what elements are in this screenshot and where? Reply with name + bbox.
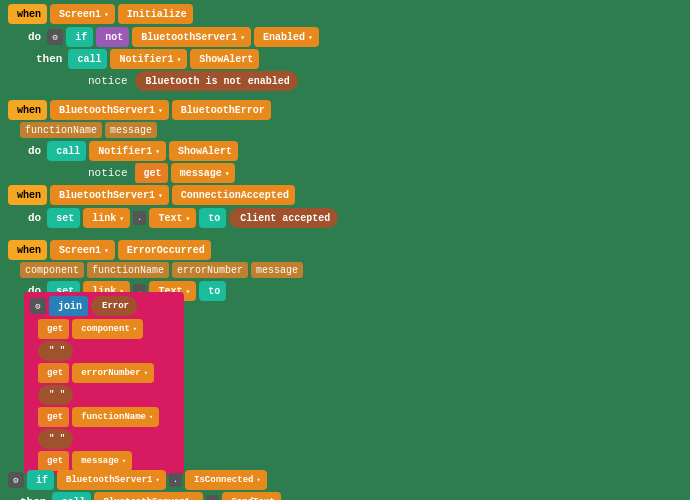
s1-not: not <box>96 27 129 47</box>
section4-block: when Screen1 ▾ ErrorOccurred component f… <box>8 240 303 301</box>
s4-component[interactable]: Screen1 ▾ <box>50 240 115 260</box>
s4-call: call <box>52 492 91 500</box>
gear-icon[interactable]: ⚙ <box>47 29 63 45</box>
s4-get1-var[interactable]: component ▾ <box>72 319 143 339</box>
s3-set: set <box>47 208 80 228</box>
s4-if-prop[interactable]: IsConnected ▾ <box>185 470 267 490</box>
s4-sep3[interactable]: " " <box>38 429 73 449</box>
s4-error-str[interactable]: Error <box>91 296 137 316</box>
s1-show-alert[interactable]: ShowAlert <box>190 49 259 69</box>
s2-get-var[interactable]: message ▾ <box>171 163 236 183</box>
when-keyword: when <box>8 4 47 24</box>
s4-sep1[interactable]: " " <box>38 341 73 361</box>
s4-get1: get <box>38 319 69 339</box>
s1-bluetooth-comp[interactable]: BluetoothServer1 ▾ <box>132 27 251 47</box>
section2-block: when BluetoothServer1 ▾ BluetoothError f… <box>8 100 271 183</box>
s4-event[interactable]: ErrorOccurred <box>118 240 211 260</box>
s4-sep2[interactable]: " " <box>38 385 73 405</box>
s4-get2: get <box>38 363 69 383</box>
do-label: do <box>28 31 41 43</box>
s3-when: when <box>8 185 47 205</box>
s4-get4-var[interactable]: message ▾ <box>72 451 132 471</box>
s4-call-dot: . <box>206 495 219 500</box>
s2-param2: message <box>105 122 157 138</box>
s4-param1: component <box>20 262 84 278</box>
s2-notice-label: notice <box>88 167 128 179</box>
s4-param3: errorNumber <box>172 262 248 278</box>
s2-when: when <box>8 100 47 120</box>
s4-if-dot: . <box>169 473 182 487</box>
s4-when: when <box>8 240 47 260</box>
s2-get: get <box>135 163 168 183</box>
s3-event[interactable]: ConnectionAccepted <box>172 185 295 205</box>
s4-join-section: ⚙ join Error get component ▾ " " get err… <box>24 292 184 475</box>
s4-if: if <box>27 470 54 490</box>
s1-notice-label: notice <box>88 75 128 87</box>
s2-notifier[interactable]: Notifier1 ▾ <box>89 141 166 161</box>
s4-call-method[interactable]: SendText <box>222 492 280 500</box>
s4-get4: get <box>38 451 69 471</box>
s4-if-section: ⚙ if BluetoothServer1 ▾ . IsConnected ▾ … <box>8 470 281 500</box>
s1-notifier[interactable]: Notifier1 ▾ <box>110 49 187 69</box>
s2-event[interactable]: BluetoothError <box>172 100 271 120</box>
then-label: then <box>36 53 62 65</box>
s1-notice-value[interactable]: Bluetooth is not enabled <box>135 71 298 91</box>
s1-event[interactable]: Initialize <box>118 4 193 24</box>
s1-component[interactable]: Screen1 ▾ <box>50 4 115 24</box>
s1-enabled-prop[interactable]: Enabled ▾ <box>254 27 319 47</box>
s4-param4: message <box>251 262 303 278</box>
s4-if-comp[interactable]: BluetoothServer1 ▾ <box>57 470 166 490</box>
s2-call: call <box>47 141 86 161</box>
s4-get2-var[interactable]: errorNumber ▾ <box>72 363 154 383</box>
s4-then: then <box>20 496 46 500</box>
s4-gear[interactable]: ⚙ <box>30 298 46 314</box>
s1-call: call <box>68 49 107 69</box>
s3-to: to <box>199 208 226 228</box>
s3-do: do <box>28 212 41 224</box>
s4-join: join <box>49 296 88 316</box>
s2-param1: functionName <box>20 122 102 138</box>
s3-target[interactable]: link ▾ <box>83 208 130 228</box>
s4-param2: functionName <box>87 262 169 278</box>
s2-do: do <box>28 145 41 157</box>
s4-to: to <box>199 281 226 301</box>
s1-if: if <box>66 27 93 47</box>
s3-dot: . <box>133 211 146 225</box>
s4-get3: get <box>38 407 69 427</box>
s3-value[interactable]: Client accepted <box>229 208 338 228</box>
section1-when-block: when Screen1 ▾ Initialize do ⚙ if not Bl… <box>8 4 319 91</box>
s4-if-gear[interactable]: ⚙ <box>8 472 24 488</box>
s3-component[interactable]: BluetoothServer1 ▾ <box>50 185 169 205</box>
s2-component[interactable]: BluetoothServer1 ▾ <box>50 100 169 120</box>
s3-prop[interactable]: Text ▾ <box>149 208 196 228</box>
s4-call-comp[interactable]: BluetoothServer1 ▾ <box>94 492 203 500</box>
s4-get3-var[interactable]: functionName ▾ <box>72 407 159 427</box>
s2-method[interactable]: ShowAlert <box>169 141 238 161</box>
section3-block: when BluetoothServer1 ▾ ConnectionAccept… <box>8 185 338 228</box>
